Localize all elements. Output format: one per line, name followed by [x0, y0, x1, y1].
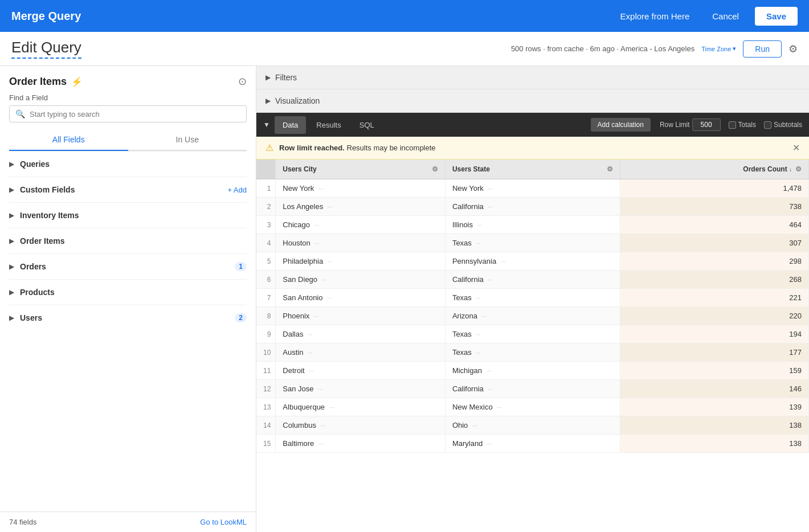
- count-cell: 159: [620, 362, 808, 380]
- page-title: Edit Query: [11, 39, 81, 59]
- row-number: 15: [256, 435, 276, 453]
- row-number: 10: [256, 343, 276, 362]
- warning-close-button[interactable]: ✕: [792, 142, 800, 153]
- go-to-lookml-link[interactable]: Go to LookML: [200, 518, 247, 526]
- sidebar-footer: 74 fields Go to LookML: [0, 511, 256, 532]
- field-group-order-items: ▶ Order Items: [9, 228, 247, 253]
- users-count-badge: 2: [235, 313, 247, 322]
- add-calculation-button[interactable]: Add calculation: [591, 118, 651, 132]
- totals-checkbox-label[interactable]: Totals: [729, 121, 756, 129]
- explore-from-here-button[interactable]: Explore from Here: [614, 8, 697, 24]
- state-cell: Maryland ···: [445, 435, 620, 453]
- tab-in-use[interactable]: In Use: [128, 129, 247, 150]
- table-row: 15 Baltimore ··· Maryland ··· 138: [256, 435, 809, 453]
- count-cell: 138: [620, 416, 808, 435]
- field-group-custom-fields-header[interactable]: ▶ Custom Fields + Add: [9, 184, 247, 195]
- table-row: 4 Houston ··· Texas ··· 307: [256, 234, 809, 252]
- field-group-orders: ▶ Orders 1: [9, 253, 247, 279]
- filters-label: Filters: [275, 73, 297, 82]
- add-custom-field-link[interactable]: + Add: [227, 186, 247, 194]
- city-cell: Detroit ···: [276, 362, 446, 380]
- city-cell: San Jose ···: [276, 380, 446, 398]
- state-cell: California ···: [445, 198, 620, 216]
- content-area: ▶ Filters ▶ Visualization ▼ Data Results…: [256, 66, 809, 532]
- city-cell: Albuquerque ···: [276, 398, 446, 416]
- state-cell: Illinois ···: [445, 216, 620, 234]
- state-cell: California ···: [445, 271, 620, 289]
- tab-all-fields[interactable]: All Fields: [9, 129, 128, 151]
- settings-gear-icon[interactable]: ⚙: [788, 43, 798, 55]
- table-row: 8 Phoenix ··· Arizona ··· 220: [256, 307, 809, 325]
- field-group-inventory-header[interactable]: ▶ Inventory Items: [9, 210, 247, 221]
- filters-section[interactable]: ▶ Filters: [256, 66, 809, 89]
- arrow-right-icon: ▶: [9, 237, 14, 245]
- state-cell: New York ···: [445, 179, 620, 198]
- city-cell: Houston ···: [276, 234, 446, 252]
- cancel-button[interactable]: Cancel: [705, 8, 746, 24]
- city-cell: Los Angeles ···: [276, 198, 446, 216]
- field-group-products-header[interactable]: ▶ Products: [9, 287, 247, 298]
- state-cell: New Mexico ···: [445, 398, 620, 416]
- collapse-panel-icon[interactable]: ⊙: [238, 75, 247, 88]
- tab-data[interactable]: Data: [275, 116, 306, 134]
- find-field-label: Find a Field: [9, 93, 247, 102]
- save-button[interactable]: Save: [755, 7, 798, 26]
- tab-sql[interactable]: SQL: [352, 116, 382, 134]
- col-header-count: Orders Count ↓ ⚙: [620, 159, 808, 179]
- run-button[interactable]: Run: [743, 40, 782, 58]
- city-cell: San Antonio ···: [276, 289, 446, 307]
- city-col-gear-icon[interactable]: ⚙: [432, 165, 438, 173]
- row-limit-label: Row Limit: [660, 121, 690, 129]
- sub-header-right: 500 rows · from cache · 6m ago · America…: [511, 40, 798, 58]
- totals-checkbox[interactable]: [729, 121, 736, 129]
- main-layout: Order Items ⚡ ⊙ Find a Field 🔍 All Field…: [0, 66, 809, 532]
- arrow-right-icon: ▶: [9, 263, 14, 271]
- subtotals-checkbox[interactable]: [764, 121, 771, 129]
- row-number: 2: [256, 198, 276, 216]
- state-cell: Texas ···: [445, 343, 620, 362]
- field-group-custom-fields: ▶ Custom Fields + Add: [9, 177, 247, 202]
- table-row: 2 Los Angeles ··· California ··· 738: [256, 198, 809, 216]
- timezone-dropdown[interactable]: Time Zone ▾: [701, 45, 736, 52]
- city-cell: San Diego ···: [276, 271, 446, 289]
- fields-count: 74 fields: [9, 518, 36, 526]
- city-cell: Phoenix ···: [276, 307, 446, 325]
- state-cell: Arizona ···: [445, 307, 620, 325]
- row-limit-input[interactable]: [692, 118, 721, 131]
- viz-label: Visualization: [275, 96, 320, 105]
- row-number: 1: [256, 179, 276, 198]
- field-group-queries-header[interactable]: ▶ Queries: [9, 158, 247, 170]
- table-row: 3 Chicago ··· Illinois ··· 464: [256, 216, 809, 234]
- field-group-orders-header[interactable]: ▶ Orders 1: [9, 261, 247, 272]
- field-group-users: ▶ Users 2: [9, 305, 247, 330]
- city-cell: Dallas ···: [276, 325, 446, 343]
- state-cell: California ···: [445, 380, 620, 398]
- count-cell: 177: [620, 343, 808, 362]
- field-group-users-header[interactable]: ▶ Users 2: [9, 312, 247, 324]
- arrow-right-icon: ▶: [9, 314, 14, 322]
- sidebar-title: Order Items: [9, 76, 67, 88]
- field-group-products: ▶ Products: [9, 279, 247, 305]
- table-row: 1 New York ··· New York ··· 1,478: [256, 179, 809, 198]
- table-row: 11 Detroit ··· Michigan ··· 159: [256, 362, 809, 380]
- visualization-section[interactable]: ▶ Visualization: [256, 89, 809, 113]
- table-row: 13 Albuquerque ··· New Mexico ··· 139: [256, 398, 809, 416]
- state-cell: Texas ···: [445, 234, 620, 252]
- count-cell: 139: [620, 398, 808, 416]
- state-col-gear-icon[interactable]: ⚙: [607, 165, 613, 173]
- col-header-city: Users City ⚙: [276, 159, 446, 179]
- row-number: 6: [256, 271, 276, 289]
- orders-count-badge: 1: [235, 262, 247, 271]
- sidebar: Order Items ⚡ ⊙ Find a Field 🔍 All Field…: [0, 66, 256, 532]
- table-row: 6 San Diego ··· California ··· 268: [256, 271, 809, 289]
- sidebar-title-row: Order Items ⚡: [9, 76, 83, 88]
- field-group-order-items-header[interactable]: ▶ Order Items: [9, 235, 247, 247]
- data-toolbar: ▼ Data Results SQL Add calculation Row L…: [256, 113, 809, 137]
- tab-results[interactable]: Results: [308, 116, 349, 134]
- count-col-gear-icon[interactable]: ⚙: [795, 165, 802, 173]
- search-input[interactable]: [30, 110, 240, 118]
- city-cell: New York ···: [276, 179, 446, 198]
- table-row: 9 Dallas ··· Texas ··· 194: [256, 325, 809, 343]
- subtotals-checkbox-label[interactable]: Subtotals: [764, 121, 802, 129]
- city-cell: Baltimore ···: [276, 435, 446, 453]
